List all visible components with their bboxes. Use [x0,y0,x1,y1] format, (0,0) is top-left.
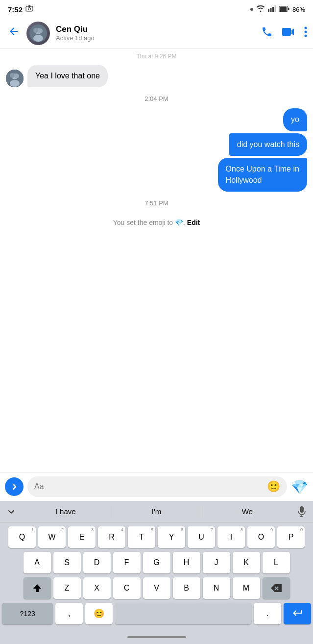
symbols-key[interactable]: ?123 [2,603,53,624]
home-indicator [127,636,186,638]
svg-point-12 [33,35,43,42]
signal-icon [268,5,276,14]
shift-key[interactable] [24,577,51,599]
key-row-4: ?123 , 😊 . [2,603,311,624]
expand-button[interactable] [5,477,24,496]
svg-rect-4 [270,8,271,12]
input-area: 🙂 💎 [0,472,313,501]
received-bubble: Yea I love that one [27,65,108,87]
svg-point-13 [33,28,38,33]
svg-rect-23 [300,506,304,513]
period-key[interactable]: . [254,603,281,624]
suggestions-list: I have I'm We [21,503,292,520]
sender-avatar [6,70,24,87]
key-U[interactable]: 7U [188,526,215,548]
key-row-3: Z X C V B N M [2,577,311,599]
more-options-button[interactable] [304,26,307,40]
svg-point-21 [10,73,15,78]
sent-bubble-3: Once Upon a Time in Hollywood [218,158,307,192]
svg-point-15 [305,27,307,29]
svg-rect-9 [279,6,287,11]
emoji-notice-text: You set the emoji to 💎. [113,219,187,226]
svg-rect-0 [26,6,33,11]
chat-header: Cen Qiu Active 1d ago [0,18,313,49]
photo-icon [25,5,33,14]
header-actions [261,26,307,41]
svg-rect-3 [268,9,269,12]
timestamp-2: 7:51 PM [6,199,307,207]
svg-rect-6 [274,5,276,12]
key-J[interactable]: J [203,552,230,573]
battery-icon [279,6,289,13]
chat-area: Thu at 9:26 PM Yea I love that one 2:04 … [0,49,313,472]
key-I[interactable]: 8I [217,526,245,548]
key-N[interactable]: N [203,577,230,599]
svg-point-14 [38,28,43,33]
suggestion-expand-button[interactable] [2,501,21,522]
emoji-notice: You set the emoji to 💎. Edit [6,219,307,226]
key-D[interactable]: D [83,552,111,573]
key-W[interactable]: 2W [38,526,66,548]
key-H[interactable]: H [173,552,200,573]
key-Y[interactable]: 6Y [158,526,185,548]
video-call-button[interactable] [282,26,295,40]
key-K[interactable]: K [233,552,260,573]
suggestion-1[interactable]: I have [21,503,111,520]
svg-rect-8 [288,7,289,10]
svg-point-17 [305,35,307,37]
keyboard: I have I'm We 1Q 2W 3E 4R 5T 6Y 7U 8I [0,501,313,644]
svg-point-20 [10,80,20,87]
svg-point-1 [28,7,31,10]
enter-key[interactable] [284,603,311,624]
key-row-1: 1Q 2W 3E 4R 5T 6Y 7U 8I 9O 0P [2,526,311,548]
contact-status: Active 1d ago [56,34,261,42]
key-A[interactable]: A [24,552,51,573]
voice-call-button[interactable] [261,26,273,41]
key-O[interactable]: 9O [247,526,275,548]
key-E[interactable]: 3E [68,526,96,548]
dot-signal [250,8,253,11]
key-R[interactable]: 4R [98,526,125,548]
key-L[interactable]: L [263,552,290,573]
status-time: 7:52 [8,5,23,14]
svg-point-16 [305,31,307,33]
suggestions-row: I have I'm We [0,501,313,522]
edit-emoji-link[interactable]: Edit [187,219,200,226]
key-P[interactable]: 0P [277,526,305,548]
back-button[interactable] [6,24,22,43]
key-V[interactable]: V [143,577,170,599]
diamond-emoji-button[interactable]: 💎 [291,479,308,495]
timestamp-1: 2:04 PM [6,95,307,102]
contact-avatar[interactable] [26,22,50,45]
key-X[interactable]: X [83,577,111,599]
key-Q[interactable]: 1Q [8,526,36,548]
key-Z[interactable]: Z [53,577,81,599]
sent-bubble-group: yo did you watch this Once Upon a Time i… [179,108,307,192]
key-B[interactable]: B [173,577,200,599]
message-input-wrap: 🙂 [27,476,287,497]
key-G[interactable]: G [143,552,170,573]
sent-bubble-1: yo [283,108,307,131]
suggestion-2[interactable]: I'm [111,503,201,520]
svg-rect-5 [272,7,274,12]
space-key[interactable] [115,603,251,624]
contact-name: Cen Qiu [56,25,261,34]
svg-point-22 [14,74,19,78]
suggestion-3[interactable]: We [202,503,292,520]
message-input[interactable] [34,482,263,491]
emoji-button[interactable]: 🙂 [267,480,280,493]
keyboard-emoji-key[interactable]: 😊 [85,603,113,624]
status-bar: 7:52 [0,0,313,18]
key-C[interactable]: C [113,577,141,599]
key-M[interactable]: M [233,577,260,599]
backspace-key[interactable] [263,577,290,599]
key-S[interactable]: S [53,552,81,573]
bottom-bar [0,630,313,644]
key-T[interactable]: 5T [128,526,155,548]
key-F[interactable]: F [113,552,141,573]
key-row-2: A S D F G H J K L [2,552,311,573]
comma-key[interactable]: , [55,603,83,624]
contact-info: Cen Qiu Active 1d ago [56,25,261,42]
mic-button[interactable] [292,501,311,522]
sent-bubble-2: did you watch this [229,133,307,156]
